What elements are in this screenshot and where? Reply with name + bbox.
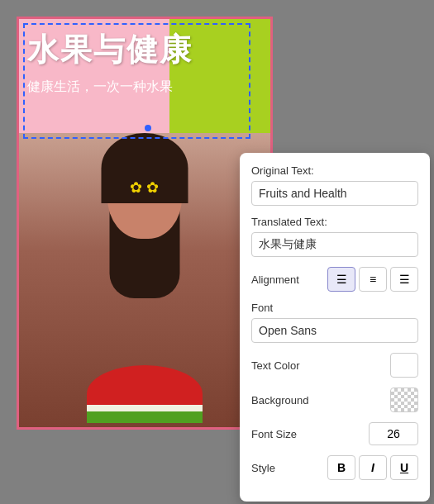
- watermelon-rind-green: [87, 411, 203, 423]
- alignment-buttons: ☰ ≡ ☰: [327, 267, 418, 292]
- background-label: Background: [251, 394, 308, 407]
- style-label: Style: [251, 462, 275, 474]
- flower-decoration: ✿ ✿: [130, 178, 159, 197]
- text-edit-panel: Original Text: Translated Text: Alignmen…: [240, 153, 430, 502]
- align-right-button[interactable]: ☰: [390, 267, 418, 292]
- translated-text-label: Translated Text:: [251, 216, 418, 228]
- watermelon-rind-white: [87, 405, 203, 411]
- poster-subtitle: 健康生活，一次一种水果: [27, 78, 173, 96]
- text-color-swatch[interactable]: [390, 353, 418, 378]
- font-size-row: Font Size: [251, 422, 418, 445]
- style-underline-button[interactable]: U: [390, 455, 418, 480]
- text-color-row: Text Color: [251, 353, 418, 378]
- font-size-input[interactable]: [369, 422, 418, 445]
- poster-photo: ✿ ✿: [19, 133, 270, 427]
- translated-text-input[interactable]: [251, 232, 418, 257]
- style-buttons: B I U: [327, 455, 418, 480]
- original-text-label: Original Text:: [251, 164, 418, 177]
- font-row: Font: [251, 302, 418, 343]
- background-swatch[interactable]: [390, 388, 418, 412]
- alignment-row: Alignment ☰ ≡ ☰: [251, 267, 418, 292]
- original-text-row: Original Text:: [251, 164, 418, 206]
- font-size-label: Font Size: [251, 428, 297, 440]
- original-text-input[interactable]: [251, 181, 418, 206]
- poster-title: 水果与健康: [27, 29, 193, 71]
- font-label: Font: [251, 302, 418, 314]
- style-row: Style B I U: [251, 455, 418, 480]
- alignment-label: Alignment: [251, 273, 299, 286]
- font-input[interactable]: [251, 318, 418, 343]
- align-center-button[interactable]: ≡: [359, 267, 387, 292]
- align-left-button[interactable]: ☰: [327, 267, 355, 292]
- style-bold-button[interactable]: B: [327, 455, 355, 480]
- selection-handle[interactable]: [145, 125, 151, 131]
- watermelon: [87, 365, 203, 423]
- background-row: Background: [251, 388, 418, 412]
- poster-card: ✿ ✿ 水果与健康 健康生活，一次一种水果: [17, 17, 273, 430]
- text-color-label: Text Color: [251, 359, 300, 372]
- style-italic-button[interactable]: I: [359, 455, 387, 480]
- translated-text-row: Translated Text:: [251, 216, 418, 257]
